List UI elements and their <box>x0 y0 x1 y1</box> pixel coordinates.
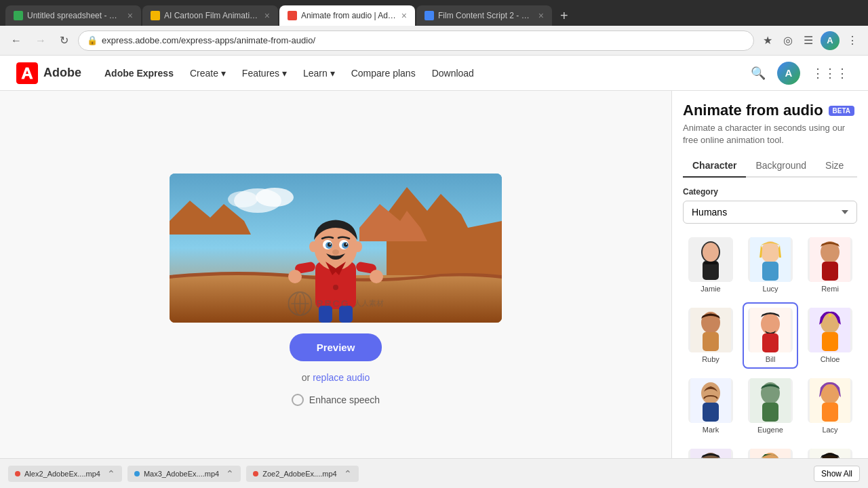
nav-forward-button[interactable]: → <box>31 32 50 49</box>
tab-animate[interactable]: Animate from audio | Adobe E... × <box>279 5 415 26</box>
tab-favicon-4 <box>425 11 434 20</box>
panel-title-row: Animate from audio BETA <box>683 102 857 119</box>
char-card-mark[interactable]: Mark <box>683 373 738 439</box>
taskbar-item-1[interactable]: Alex2_AdobeEx....mp4 ⌃ <box>8 466 122 482</box>
taskbar-dot-1 <box>15 471 20 476</box>
taskbar-item-close-3[interactable]: ⌃ <box>344 468 352 479</box>
bookmark-button[interactable]: ★ <box>760 32 776 49</box>
adobe-logo[interactable]: Adobe <box>16 62 81 84</box>
enhance-speech-radio[interactable] <box>292 394 304 406</box>
svg-rect-45 <box>762 333 778 352</box>
tab-title-4: Film Content Script 2 - Googl... <box>438 11 534 20</box>
address-text: express.adobe.com/express-apps/animate-f… <box>102 35 745 45</box>
char-card-remi[interactable]: Remi <box>802 232 858 298</box>
menu-button[interactable]: ⋮ <box>844 32 861 49</box>
taskbar-item-3[interactable]: Zoe2_AdobeEx....mp4 ⌃ <box>246 466 358 482</box>
tab-cartoon[interactable]: AI Cartoon Film Animation - C... × <box>142 5 278 26</box>
tab-favicon-2 <box>151 11 160 20</box>
char-thumb-jamie <box>688 237 733 282</box>
taskbar-item-close-2[interactable]: ⌃ <box>226 468 234 479</box>
taskbar-item-close-1[interactable]: ⌃ <box>107 468 115 479</box>
address-bar[interactable]: 🔒 express.adobe.com/express-apps/animate… <box>78 30 754 51</box>
svg-point-23 <box>370 270 383 283</box>
show-all-button[interactable]: Show All <box>814 466 860 482</box>
svg-rect-52 <box>703 403 719 422</box>
nav-learn[interactable]: Learn ▾ <box>296 64 342 83</box>
panel-description: Animate a character in seconds using our… <box>683 122 857 146</box>
left-panel: RRCG 人人素材 Preview or replace audio Enhan… <box>0 91 671 488</box>
apps-grid-button[interactable]: ⋮⋮⋮ <box>808 64 852 83</box>
char-img-mark <box>690 378 731 423</box>
nav-bar: ← → ↻ 🔒 express.adobe.com/express-apps/a… <box>0 26 868 56</box>
replace-audio-link[interactable]: replace audio <box>313 372 370 383</box>
search-button[interactable]: 🔍 <box>747 64 769 83</box>
enhance-speech-row: Enhance speech <box>292 394 380 406</box>
char-img-lucy <box>750 237 791 282</box>
nav-back-button[interactable]: ← <box>7 32 26 49</box>
replace-audio-row: or replace audio <box>302 372 370 383</box>
panel-tabs: Character Background Size <box>683 155 857 178</box>
tab-background[interactable]: Background <box>746 155 816 178</box>
char-img-bill <box>750 308 791 352</box>
svg-rect-42 <box>703 332 719 351</box>
tab-favicon-3 <box>288 11 297 20</box>
char-card-bill[interactable]: Bill <box>743 302 798 369</box>
panel-title-text: Animate from audio <box>683 102 823 119</box>
tab-spreadsheet[interactable]: Untitled spreadsheet - Google ... × <box>5 5 141 26</box>
tab-character[interactable]: Character <box>683 155 746 178</box>
char-card-jamie[interactable]: Jamie <box>683 232 738 298</box>
svg-point-22 <box>288 270 302 283</box>
profile-avatar[interactable]: A <box>821 31 840 50</box>
char-card-chloe[interactable]: Chloe <box>802 302 858 369</box>
svg-point-15 <box>330 243 331 245</box>
right-panel: Animate from audio BETA Animate a charac… <box>671 91 868 488</box>
nav-create[interactable]: Create ▾ <box>183 64 233 83</box>
category-select[interactable]: Humans Animals Fantasy Robots <box>683 201 857 224</box>
user-avatar[interactable]: A <box>777 62 800 85</box>
nav-reload-button[interactable]: ↻ <box>56 31 73 49</box>
extensions-button[interactable]: ☰ <box>800 32 816 49</box>
taskbar-item-2[interactable]: Max3_AdobeEx....mp4 ⌃ <box>127 466 241 482</box>
char-name-mark: Mark <box>703 426 719 434</box>
taskbar-item-name-3: Zoe2_AdobeEx....mp4 <box>262 470 336 478</box>
char-thumb-lucy <box>748 237 793 282</box>
char-card-lacy[interactable]: Lacy <box>802 373 858 439</box>
svg-rect-48 <box>822 332 838 351</box>
taskbar: Alex2_AdobeEx....mp4 ⌃ Max3_AdobeEx....m… <box>0 458 868 488</box>
nav-compare-plans[interactable]: Compare plans <box>344 64 422 83</box>
char-name-jamie: Jamie <box>701 285 720 293</box>
preview-button[interactable]: Preview <box>290 333 382 361</box>
svg-point-16 <box>346 243 347 245</box>
header-right: 🔍 A ⋮⋮⋮ <box>747 62 852 85</box>
tab-close-4[interactable]: × <box>538 10 544 21</box>
tab-close-1[interactable]: × <box>127 10 133 21</box>
app-header: Adobe Adobe Express Create ▾ Features ▾ … <box>0 56 868 91</box>
preview-canvas: RRCG 人人素材 <box>170 174 502 323</box>
tab-size[interactable]: Size <box>816 155 853 178</box>
new-tab-button[interactable]: + <box>556 5 572 26</box>
beta-badge: BETA <box>829 106 854 116</box>
tab-close-2[interactable]: × <box>264 10 270 21</box>
char-thumb-lacy <box>808 378 852 423</box>
char-thumb-chloe <box>808 308 852 352</box>
browser-chrome: Untitled spreadsheet - Google ... × AI C… <box>0 0 868 56</box>
char-img-remi <box>810 237 850 282</box>
nav-adobe-express[interactable]: Adobe Express <box>98 64 180 83</box>
svg-point-13 <box>328 243 332 247</box>
char-name-bill: Bill <box>766 355 776 363</box>
nav-download[interactable]: Download <box>425 64 481 83</box>
char-card-eugene[interactable]: Eugene <box>743 373 798 439</box>
enhance-speech-label: Enhance speech <box>309 394 380 405</box>
tab-script[interactable]: Film Content Script 2 - Googl... × <box>416 5 552 26</box>
char-card-ruby[interactable]: Ruby <box>683 302 738 369</box>
profile-extension-button[interactable]: ◎ <box>780 32 796 49</box>
char-img-chloe <box>810 308 850 352</box>
svg-point-35 <box>761 241 780 263</box>
nav-features[interactable]: Features ▾ <box>235 64 294 83</box>
nav-icons: ★ ◎ ☰ A ⋮ <box>760 31 861 50</box>
tab-title-2: AI Cartoon Film Animation - C... <box>164 11 260 20</box>
tab-close-3[interactable]: × <box>401 10 407 21</box>
panel-title-area: Animate from audio BETA Animate a charac… <box>683 102 857 146</box>
char-name-ruby: Ruby <box>702 355 719 363</box>
char-card-lucy[interactable]: Lucy <box>743 232 798 298</box>
